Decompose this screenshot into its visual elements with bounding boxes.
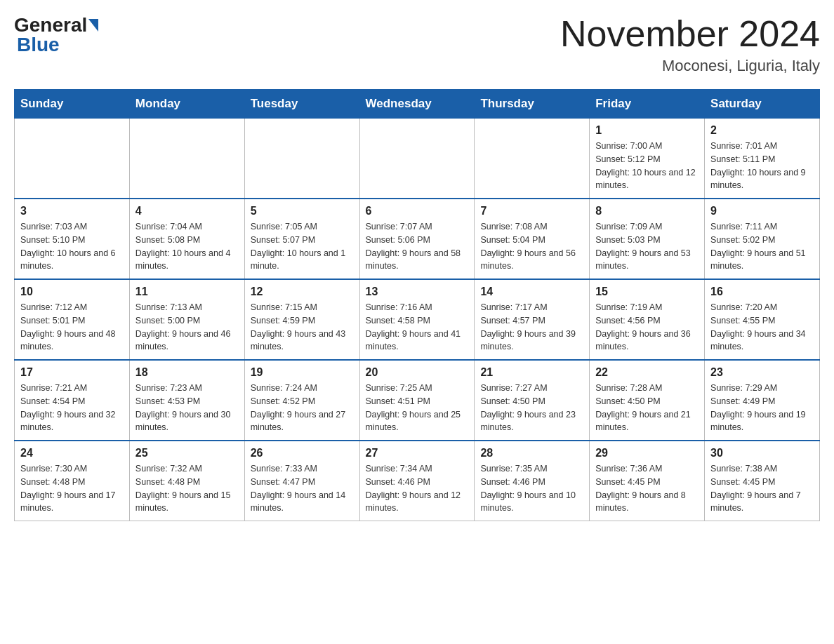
calendar-cell — [129, 119, 244, 199]
day-number: 1 — [595, 124, 699, 137]
calendar-cell: 23Sunrise: 7:29 AMSunset: 4:49 PMDayligh… — [705, 360, 820, 441]
calendar-week-row: 1Sunrise: 7:00 AMSunset: 5:12 PMDaylight… — [15, 119, 820, 199]
calendar-cell: 15Sunrise: 7:19 AMSunset: 4:56 PMDayligh… — [590, 279, 705, 360]
calendar-cell: 4Sunrise: 7:04 AMSunset: 5:08 PMDaylight… — [129, 199, 244, 279]
day-info: Sunrise: 7:29 AMSunset: 4:49 PMDaylight:… — [710, 382, 814, 434]
header-tuesday: Tuesday — [244, 90, 359, 119]
calendar-cell: 10Sunrise: 7:12 AMSunset: 5:01 PMDayligh… — [15, 279, 130, 360]
day-number: 4 — [135, 205, 239, 217]
day-number: 12 — [251, 286, 354, 298]
day-number: 7 — [480, 205, 583, 217]
header-saturday: Saturday — [705, 90, 820, 119]
day-info: Sunrise: 7:20 AMSunset: 4:55 PMDaylight:… — [710, 301, 814, 354]
day-info: Sunrise: 7:03 AMSunset: 5:10 PMDaylight:… — [20, 220, 124, 273]
calendar-week-row: 10Sunrise: 7:12 AMSunset: 5:01 PMDayligh… — [15, 279, 820, 360]
day-info: Sunrise: 7:12 AMSunset: 5:01 PMDaylight:… — [20, 301, 124, 354]
day-number: 13 — [366, 286, 469, 298]
day-number: 24 — [20, 447, 124, 459]
calendar-cell — [475, 119, 590, 199]
day-info: Sunrise: 7:32 AMSunset: 4:48 PMDaylight:… — [135, 462, 239, 515]
day-info: Sunrise: 7:28 AMSunset: 4:50 PMDaylight:… — [595, 382, 699, 434]
calendar-cell: 2Sunrise: 7:01 AMSunset: 5:11 PMDaylight… — [705, 119, 820, 199]
day-number: 23 — [710, 366, 814, 379]
calendar-table: Sunday Monday Tuesday Wednesday Thursday… — [14, 89, 820, 521]
day-number: 14 — [480, 286, 583, 298]
day-number: 22 — [595, 366, 699, 379]
calendar-cell: 6Sunrise: 7:07 AMSunset: 5:06 PMDaylight… — [359, 199, 475, 279]
calendar-cell: 7Sunrise: 7:08 AMSunset: 5:04 PMDaylight… — [475, 199, 590, 279]
day-info: Sunrise: 7:38 AMSunset: 4:45 PMDaylight:… — [710, 462, 814, 515]
day-info: Sunrise: 7:24 AMSunset: 4:52 PMDaylight:… — [251, 382, 354, 434]
day-number: 25 — [135, 447, 239, 459]
logo: General Blue — [14, 14, 98, 56]
day-info: Sunrise: 7:04 AMSunset: 5:08 PMDaylight:… — [135, 220, 239, 273]
day-info: Sunrise: 7:05 AMSunset: 5:07 PMDaylight:… — [251, 220, 354, 273]
calendar-cell: 26Sunrise: 7:33 AMSunset: 4:47 PMDayligh… — [244, 441, 359, 521]
day-info: Sunrise: 7:33 AMSunset: 4:47 PMDaylight:… — [251, 462, 354, 515]
calendar-week-row: 17Sunrise: 7:21 AMSunset: 4:54 PMDayligh… — [15, 360, 820, 441]
page-header: General Blue November 2024 Moconesi, Lig… — [14, 14, 820, 75]
day-info: Sunrise: 7:30 AMSunset: 4:48 PMDaylight:… — [20, 462, 124, 515]
day-info: Sunrise: 7:25 AMSunset: 4:51 PMDaylight:… — [366, 382, 469, 434]
day-info: Sunrise: 7:15 AMSunset: 4:59 PMDaylight:… — [251, 301, 354, 354]
logo-arrow-icon — [88, 19, 98, 32]
calendar-cell: 28Sunrise: 7:35 AMSunset: 4:46 PMDayligh… — [475, 441, 590, 521]
day-number: 29 — [595, 447, 699, 459]
day-info: Sunrise: 7:27 AMSunset: 4:50 PMDaylight:… — [480, 382, 583, 434]
calendar-cell: 1Sunrise: 7:00 AMSunset: 5:12 PMDaylight… — [590, 119, 705, 199]
calendar-cell: 12Sunrise: 7:15 AMSunset: 4:59 PMDayligh… — [244, 279, 359, 360]
day-number: 17 — [20, 366, 124, 379]
day-number: 27 — [366, 447, 469, 459]
day-number: 19 — [251, 366, 354, 379]
calendar-cell: 30Sunrise: 7:38 AMSunset: 4:45 PMDayligh… — [705, 441, 820, 521]
day-info: Sunrise: 7:13 AMSunset: 5:00 PMDaylight:… — [135, 301, 239, 354]
calendar-cell: 20Sunrise: 7:25 AMSunset: 4:51 PMDayligh… — [359, 360, 475, 441]
header-thursday: Thursday — [475, 90, 590, 119]
calendar-cell: 5Sunrise: 7:05 AMSunset: 5:07 PMDaylight… — [244, 199, 359, 279]
calendar-cell: 16Sunrise: 7:20 AMSunset: 4:55 PMDayligh… — [705, 279, 820, 360]
day-info: Sunrise: 7:35 AMSunset: 4:46 PMDaylight:… — [480, 462, 583, 515]
calendar-cell: 29Sunrise: 7:36 AMSunset: 4:45 PMDayligh… — [590, 441, 705, 521]
calendar-cell: 3Sunrise: 7:03 AMSunset: 5:10 PMDaylight… — [15, 199, 130, 279]
day-number: 2 — [710, 124, 814, 137]
header-sunday: Sunday — [15, 90, 130, 119]
logo-blue-text: Blue — [17, 34, 60, 56]
day-info: Sunrise: 7:11 AMSunset: 5:02 PMDaylight:… — [710, 220, 814, 273]
calendar-title: November 2024 — [560, 14, 820, 54]
calendar-cell: 11Sunrise: 7:13 AMSunset: 5:00 PMDayligh… — [129, 279, 244, 360]
days-header-row: Sunday Monday Tuesday Wednesday Thursday… — [15, 90, 820, 119]
day-info: Sunrise: 7:34 AMSunset: 4:46 PMDaylight:… — [366, 462, 469, 515]
calendar-week-row: 3Sunrise: 7:03 AMSunset: 5:10 PMDaylight… — [15, 199, 820, 279]
day-number: 15 — [595, 286, 699, 298]
calendar-cell: 8Sunrise: 7:09 AMSunset: 5:03 PMDaylight… — [590, 199, 705, 279]
calendar-cell: 24Sunrise: 7:30 AMSunset: 4:48 PMDayligh… — [15, 441, 130, 521]
day-number: 30 — [710, 447, 814, 459]
day-info: Sunrise: 7:09 AMSunset: 5:03 PMDaylight:… — [595, 220, 699, 273]
day-info: Sunrise: 7:23 AMSunset: 4:53 PMDaylight:… — [135, 382, 239, 434]
day-number: 20 — [366, 366, 469, 379]
day-info: Sunrise: 7:36 AMSunset: 4:45 PMDaylight:… — [595, 462, 699, 515]
day-info: Sunrise: 7:07 AMSunset: 5:06 PMDaylight:… — [366, 220, 469, 273]
header-wednesday: Wednesday — [359, 90, 475, 119]
day-number: 28 — [480, 447, 583, 459]
calendar-cell: 25Sunrise: 7:32 AMSunset: 4:48 PMDayligh… — [129, 441, 244, 521]
day-number: 8 — [595, 205, 699, 217]
day-number: 11 — [135, 286, 239, 298]
day-number: 5 — [251, 205, 354, 217]
day-number: 10 — [20, 286, 124, 298]
calendar-cell — [244, 119, 359, 199]
day-number: 18 — [135, 366, 239, 379]
header-monday: Monday — [129, 90, 244, 119]
calendar-cell: 18Sunrise: 7:23 AMSunset: 4:53 PMDayligh… — [129, 360, 244, 441]
day-number: 21 — [480, 366, 583, 379]
calendar-cell — [359, 119, 475, 199]
day-info: Sunrise: 7:21 AMSunset: 4:54 PMDaylight:… — [20, 382, 124, 434]
day-number: 26 — [251, 447, 354, 459]
day-info: Sunrise: 7:19 AMSunset: 4:56 PMDaylight:… — [595, 301, 699, 354]
calendar-cell: 14Sunrise: 7:17 AMSunset: 4:57 PMDayligh… — [475, 279, 590, 360]
calendar-cell: 22Sunrise: 7:28 AMSunset: 4:50 PMDayligh… — [590, 360, 705, 441]
calendar-week-row: 24Sunrise: 7:30 AMSunset: 4:48 PMDayligh… — [15, 441, 820, 521]
calendar-cell — [15, 119, 130, 199]
day-info: Sunrise: 7:17 AMSunset: 4:57 PMDaylight:… — [480, 301, 583, 354]
day-number: 3 — [20, 205, 124, 217]
